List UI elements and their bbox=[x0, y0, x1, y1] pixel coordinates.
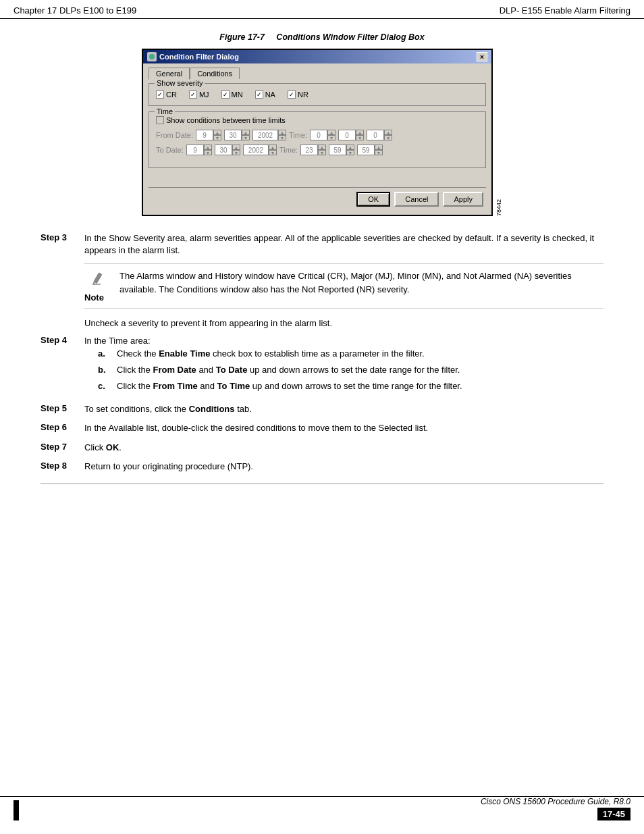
from-time-s-up[interactable]: ▲ bbox=[384, 130, 392, 135]
from-date-month-spin-buttons[interactable]: ▲ ▼ bbox=[242, 130, 250, 140]
to-date-day-up[interactable]: ▲ bbox=[204, 145, 212, 150]
uncheck-text: Uncheck a severity to prevent it from ap… bbox=[84, 318, 603, 328]
sub-step-b-text: Click the From Date and To Date up and d… bbox=[117, 364, 603, 376]
from-time-h-down[interactable]: ▼ bbox=[327, 135, 336, 140]
from-time-h-spin-buttons[interactable]: ▲ ▼ bbox=[327, 130, 336, 140]
note-pencil-icon bbox=[87, 269, 106, 292]
to-date-year-down[interactable]: ▼ bbox=[269, 150, 277, 155]
checkbox-na[interactable]: ✓ bbox=[255, 90, 263, 99]
to-date-row: To Date: ▲ ▼ ▲ ▼ bbox=[156, 145, 479, 155]
tab-general[interactable]: General bbox=[149, 68, 190, 80]
fig-number-container: 78442 bbox=[493, 49, 502, 216]
to-date-year-spinbox[interactable]: ▲ ▼ bbox=[243, 145, 277, 155]
cancel-button[interactable]: Cancel bbox=[394, 192, 439, 207]
checkbox-nr[interactable]: ✓ bbox=[288, 90, 296, 99]
severity-mn[interactable]: ✓ MN bbox=[221, 90, 243, 99]
from-time-m-spinbox[interactable]: ▲ ▼ bbox=[338, 130, 364, 140]
sub-step-c: c. Click the From Time and To Time up an… bbox=[98, 380, 603, 392]
from-date-day-spinbox[interactable]: ▲ ▼ bbox=[196, 130, 221, 140]
to-time-s-up[interactable]: ▲ bbox=[375, 145, 383, 150]
to-date-day-spin-buttons[interactable]: ▲ ▼ bbox=[204, 145, 212, 155]
from-time-m-spin-buttons[interactable]: ▲ ▼ bbox=[356, 130, 364, 140]
from-date-label: From Date: bbox=[156, 131, 193, 139]
from-time-s-spinbox[interactable]: ▲ ▼ bbox=[367, 130, 392, 140]
header-right: DLP- E155 Enable Alarm Filtering bbox=[500, 5, 630, 16]
from-date-month-up[interactable]: ▲ bbox=[242, 130, 250, 135]
to-date-month-up[interactable]: ▲ bbox=[232, 145, 240, 150]
label-na: NA bbox=[265, 90, 275, 99]
from-date-month-spinbox[interactable]: ▲ ▼ bbox=[224, 130, 250, 140]
to-time-h-spin-buttons[interactable]: ▲ ▼ bbox=[318, 145, 326, 155]
severity-na[interactable]: ✓ NA bbox=[255, 90, 275, 99]
to-date-month-spinbox[interactable]: ▲ ▼ bbox=[215, 145, 240, 155]
from-date-day-spin-buttons[interactable]: ▲ ▼ bbox=[213, 130, 221, 140]
from-date-row: From Date: ▲ ▼ ▲ ▼ bbox=[156, 130, 479, 140]
from-time-m-down[interactable]: ▼ bbox=[356, 135, 364, 140]
to-date-month-spin-buttons[interactable]: ▲ ▼ bbox=[232, 145, 240, 155]
severity-mj[interactable]: ✓ MJ bbox=[189, 90, 209, 99]
from-date-month-input[interactable] bbox=[224, 130, 242, 140]
note-icon-col: Note bbox=[84, 269, 109, 303]
from-time-s-down[interactable]: ▼ bbox=[384, 135, 392, 140]
from-date-year-up[interactable]: ▲ bbox=[278, 130, 286, 135]
from-date-year-spin-buttons[interactable]: ▲ ▼ bbox=[278, 130, 286, 140]
titlebar-left: Condition Filter Dialog bbox=[147, 52, 239, 61]
from-date-year-input[interactable] bbox=[252, 130, 278, 140]
from-time-m-input[interactable] bbox=[338, 130, 356, 140]
to-time-m-down[interactable]: ▼ bbox=[346, 150, 354, 155]
dialog-close-button[interactable]: × bbox=[477, 52, 487, 61]
time-enable-checkbox[interactable]: Show conditions between time limits bbox=[156, 116, 479, 124]
from-time-label: Time: bbox=[289, 131, 307, 139]
sub-step-b-label: b. bbox=[98, 364, 109, 376]
severity-cr[interactable]: ✓ CR bbox=[156, 90, 177, 99]
from-time-s-input[interactable] bbox=[367, 130, 384, 140]
from-time-h-spinbox[interactable]: ▲ ▼ bbox=[310, 130, 336, 140]
from-time-h-input[interactable] bbox=[310, 130, 327, 140]
to-time-s-spin-buttons[interactable]: ▲ ▼ bbox=[375, 145, 383, 155]
note-block: Note The Alarms window and History windo… bbox=[84, 263, 603, 309]
from-date-day-input[interactable] bbox=[196, 130, 213, 140]
from-date-day-up[interactable]: ▲ bbox=[213, 130, 221, 135]
step-4-text-main: In the Time area: bbox=[84, 336, 151, 346]
from-date-month-down[interactable]: ▼ bbox=[242, 135, 250, 140]
to-date-month-input[interactable] bbox=[215, 145, 232, 155]
checkbox-mn[interactable]: ✓ bbox=[221, 90, 230, 99]
from-time-m-up[interactable]: ▲ bbox=[356, 130, 364, 135]
from-date-day-down[interactable]: ▼ bbox=[213, 135, 221, 140]
ok-button[interactable]: OK bbox=[356, 192, 390, 207]
step-7-text: Click OK. bbox=[84, 442, 603, 454]
to-date-day-input[interactable] bbox=[186, 145, 204, 155]
note-text: The Alarms window and History window hav… bbox=[119, 269, 603, 303]
to-time-h-down[interactable]: ▼ bbox=[318, 150, 326, 155]
to-date-year-up[interactable]: ▲ bbox=[269, 145, 277, 150]
step-7-row: Step 7 Click OK. bbox=[41, 442, 603, 454]
to-time-h-input[interactable] bbox=[300, 145, 318, 155]
apply-button[interactable]: Apply bbox=[443, 192, 483, 207]
to-time-h-up[interactable]: ▲ bbox=[318, 145, 326, 150]
to-date-month-down[interactable]: ▼ bbox=[232, 150, 240, 155]
from-time-h-up[interactable]: ▲ bbox=[327, 130, 336, 135]
to-time-m-spinbox[interactable]: ▲ ▼ bbox=[329, 145, 354, 155]
from-time-s-spin-buttons[interactable]: ▲ ▼ bbox=[384, 130, 392, 140]
to-time-s-down[interactable]: ▼ bbox=[375, 150, 383, 155]
tab-conditions[interactable]: Conditions bbox=[190, 68, 240, 79]
to-time-m-input[interactable] bbox=[329, 145, 346, 155]
to-time-h-spinbox[interactable]: ▲ ▼ bbox=[300, 145, 326, 155]
to-time-s-spinbox[interactable]: ▲ ▼ bbox=[357, 145, 383, 155]
checkbox-time-enable[interactable] bbox=[156, 116, 164, 124]
label-mj: MJ bbox=[199, 90, 209, 99]
severity-nr[interactable]: ✓ NR bbox=[288, 90, 308, 99]
time-section-title: Time bbox=[155, 107, 175, 115]
step-6-row: Step 6 In the Available list, double-cli… bbox=[41, 422, 603, 434]
to-time-m-spin-buttons[interactable]: ▲ ▼ bbox=[346, 145, 354, 155]
to-date-day-down[interactable]: ▼ bbox=[204, 150, 212, 155]
to-date-day-spinbox[interactable]: ▲ ▼ bbox=[186, 145, 212, 155]
checkbox-mj[interactable]: ✓ bbox=[189, 90, 197, 99]
to-time-s-input[interactable] bbox=[357, 145, 375, 155]
from-date-year-spinbox[interactable]: ▲ ▼ bbox=[252, 130, 286, 140]
to-date-year-input[interactable] bbox=[243, 145, 269, 155]
to-date-year-spin-buttons[interactable]: ▲ ▼ bbox=[269, 145, 277, 155]
checkbox-cr[interactable]: ✓ bbox=[156, 90, 164, 99]
to-time-m-up[interactable]: ▲ bbox=[346, 145, 354, 150]
from-date-year-down[interactable]: ▼ bbox=[278, 135, 286, 140]
